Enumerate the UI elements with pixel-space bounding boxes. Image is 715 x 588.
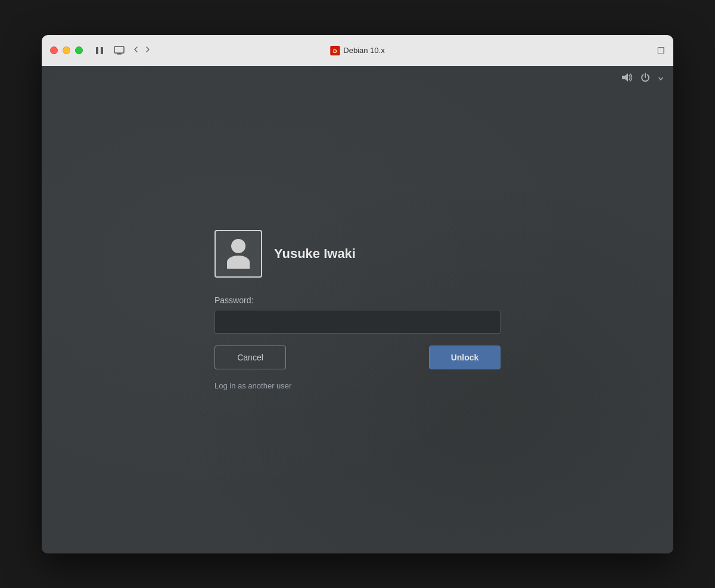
titlebar-nav <box>132 45 152 55</box>
svg-marker-7 <box>622 73 628 82</box>
login-container: Yusuke Iwaki Password: Cancel Unlock Log… <box>42 91 673 553</box>
volume-icon[interactable] <box>621 72 633 85</box>
titlebar-center: D Debian 10.x <box>330 46 384 55</box>
favicon: D <box>330 46 340 55</box>
login-box: Yusuke Iwaki Password: Cancel Unlock Log… <box>214 230 500 391</box>
window: D Debian 10.x ❐ <box>42 35 673 553</box>
forward-arrow-icon[interactable] <box>144 45 152 55</box>
traffic-lights <box>50 46 83 54</box>
user-info: Yusuke Iwaki <box>214 230 500 278</box>
back-arrow-icon[interactable] <box>132 45 140 55</box>
pause-icon[interactable] <box>95 46 104 55</box>
password-label: Password: <box>214 295 500 305</box>
avatar-body <box>227 256 250 269</box>
svg-rect-3 <box>117 54 122 55</box>
content: Yusuke Iwaki Password: Cancel Unlock Log… <box>42 66 673 553</box>
close-button[interactable] <box>50 46 58 54</box>
switch-user-link[interactable]: Log in as another user <box>214 381 291 390</box>
restore-button[interactable]: ❐ <box>657 46 665 55</box>
avatar <box>227 239 250 269</box>
buttons-row: Cancel Unlock <box>214 346 500 369</box>
titlebar: D Debian 10.x ❐ <box>42 35 673 66</box>
window-title: Debian 10.x <box>343 46 384 55</box>
screen-icon[interactable] <box>114 46 125 55</box>
unlock-button[interactable]: Unlock <box>429 346 500 369</box>
password-input[interactable] <box>214 310 500 334</box>
content-topbar <box>42 66 673 91</box>
dropdown-arrow-icon[interactable] <box>658 73 664 84</box>
svg-rect-0 <box>96 47 98 54</box>
power-icon[interactable] <box>640 72 651 85</box>
svg-rect-2 <box>114 46 124 53</box>
minimize-button[interactable] <box>63 46 70 54</box>
cancel-button[interactable]: Cancel <box>214 346 286 369</box>
svg-rect-1 <box>101 47 103 54</box>
maximize-button[interactable] <box>75 46 83 54</box>
avatar-frame <box>214 230 262 278</box>
username: Yusuke Iwaki <box>274 246 356 262</box>
svg-text:D: D <box>333 48 337 54</box>
avatar-head <box>231 239 245 253</box>
titlebar-controls <box>95 46 125 55</box>
titlebar-right: ❐ <box>657 46 665 55</box>
